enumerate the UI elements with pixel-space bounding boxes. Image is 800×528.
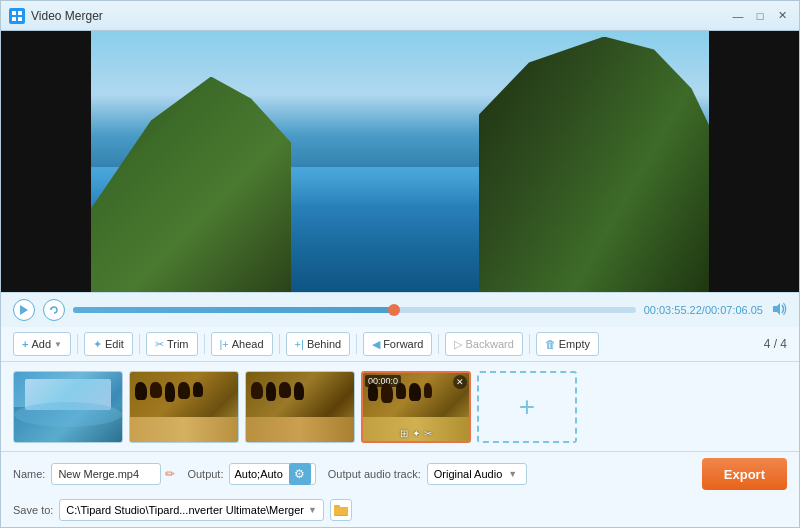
forward-button[interactable]: ◀ Forward (363, 332, 432, 356)
trash-icon: 🗑 (545, 338, 556, 350)
clip-item-1[interactable] (13, 371, 123, 443)
star-clip-icon[interactable]: ✦ (412, 428, 420, 439)
output-label: Output: (187, 468, 223, 480)
video-preview (91, 31, 709, 292)
backward-icon: ▷ (454, 338, 462, 351)
name-edit-icon[interactable]: ✏ (165, 467, 175, 481)
clip-close-button[interactable]: ✕ (453, 375, 467, 389)
volume-button[interactable] (771, 302, 787, 319)
left-letterbox (1, 31, 91, 292)
backward-label: Backward (465, 338, 513, 350)
right-letterbox (709, 31, 799, 292)
name-input[interactable]: New Merge.mp4 (51, 463, 161, 485)
controls-bar: 00:03:55.22/00:07:06.05 (1, 292, 799, 327)
app-icon (9, 8, 25, 24)
video-scene (91, 31, 709, 292)
edit-label: Edit (105, 338, 124, 350)
sep4 (279, 334, 280, 354)
svg-marker-4 (20, 305, 28, 315)
titlebar: Video Merger — □ ✕ (1, 1, 799, 31)
sep5 (356, 334, 357, 354)
bottom-bar: Name: New Merge.mp4 ✏ Output: Auto;Auto … (1, 452, 799, 496)
edit-button[interactable]: ✦ Edit (84, 332, 133, 356)
empty-button[interactable]: 🗑 Empty (536, 332, 599, 356)
sep6 (438, 334, 439, 354)
time-current: 00:03:55.22 (644, 304, 702, 316)
main-window: Video Merger — □ ✕ (0, 0, 800, 528)
progress-bar[interactable] (73, 307, 636, 313)
forward-label: Forward (383, 338, 423, 350)
clip-item-3[interactable] (245, 371, 355, 443)
save-bar: Save to: C:\Tipard Studio\Tipard...nvert… (1, 496, 799, 527)
settings-clip-icon[interactable]: ⊞ (400, 428, 408, 439)
progress-thumb (388, 304, 400, 316)
name-field-group: Name: New Merge.mp4 ✏ (13, 463, 175, 485)
cliff-right (479, 37, 709, 293)
cliff-left (91, 77, 291, 293)
close-button[interactable]: ✕ (773, 7, 791, 25)
svg-rect-9 (334, 507, 348, 515)
time-total: 00:07:06.05 (705, 304, 763, 316)
svg-rect-1 (18, 11, 22, 15)
name-label: Name: (13, 468, 45, 480)
clip-item-4[interactable]: 00:00:0 ✕ ⊞ ✦ ✂ (361, 371, 471, 443)
name-input-wrap: New Merge.mp4 ✏ (51, 463, 175, 485)
loop-button[interactable] (43, 299, 65, 321)
trim-button[interactable]: ✂ Trim (146, 332, 198, 356)
audio-select[interactable]: Original Audio ▼ (427, 463, 527, 485)
add-clip-plus-icon: + (519, 393, 535, 421)
add-clip-button[interactable]: + (477, 371, 577, 443)
backward-button[interactable]: ▷ Backward (445, 332, 522, 356)
clip-action-icons: ⊞ ✦ ✂ (363, 428, 469, 439)
export-button[interactable]: Export (702, 458, 787, 490)
svg-rect-3 (18, 17, 22, 21)
video-preview-area (1, 31, 799, 292)
minimize-button[interactable]: — (729, 7, 747, 25)
audio-label: Output audio track: (328, 468, 421, 480)
add-dropdown-arrow[interactable]: ▼ (54, 340, 62, 349)
save-path-value: C:\Tipard Studio\Tipard...nverter Ultima… (66, 504, 304, 516)
output-value: Auto;Auto (234, 468, 282, 480)
clip-item-2[interactable] (129, 371, 239, 443)
svg-marker-6 (773, 303, 780, 315)
page-count: 4 / 4 (764, 337, 787, 351)
output-field-group: Output: Auto;Auto ⚙ (187, 463, 315, 485)
add-button[interactable]: + Add ▼ (13, 332, 71, 356)
play-button[interactable] (13, 299, 35, 321)
time-display: 00:03:55.22/00:07:06.05 (644, 304, 763, 316)
add-icon: + (22, 338, 28, 350)
maximize-button[interactable]: □ (751, 7, 769, 25)
output-select[interactable]: Auto;Auto ⚙ (229, 463, 315, 485)
sep3 (204, 334, 205, 354)
toolbar: + Add ▼ ✦ Edit ✂ Trim |+ Ahead +| Behind… (1, 327, 799, 362)
behind-button[interactable]: +| Behind (286, 332, 351, 356)
sep2 (139, 334, 140, 354)
add-label: Add (31, 338, 51, 350)
behind-label: Behind (307, 338, 341, 350)
behind-icon: +| (295, 338, 304, 350)
ahead-icon: |+ (220, 338, 229, 350)
sep7 (529, 334, 530, 354)
save-path-arrow: ▼ (308, 505, 317, 515)
ahead-button[interactable]: |+ Ahead (211, 332, 273, 356)
svg-rect-0 (12, 11, 16, 15)
trim-icon: ✂ (155, 338, 164, 351)
clip-strip: 00:00:0 ✕ ⊞ ✦ ✂ + (1, 362, 799, 452)
sep1 (77, 334, 78, 354)
audio-field-group: Output audio track: Original Audio ▼ (328, 463, 527, 485)
audio-value: Original Audio (434, 468, 503, 480)
audio-dropdown-arrow: ▼ (508, 469, 517, 479)
window-controls: — □ ✕ (729, 7, 791, 25)
save-path-display[interactable]: C:\Tipard Studio\Tipard...nverter Ultima… (59, 499, 324, 521)
edit-icon: ✦ (93, 338, 102, 351)
browse-folder-button[interactable] (330, 499, 352, 521)
ahead-label: Ahead (232, 338, 264, 350)
forward-icon: ◀ (372, 338, 380, 351)
trim-label: Trim (167, 338, 189, 350)
save-label: Save to: (13, 504, 53, 516)
window-title: Video Merger (31, 9, 729, 23)
empty-label: Empty (559, 338, 590, 350)
scissors-clip-icon[interactable]: ✂ (424, 428, 432, 439)
svg-rect-2 (12, 17, 16, 21)
output-settings-icon[interactable]: ⚙ (289, 463, 311, 485)
